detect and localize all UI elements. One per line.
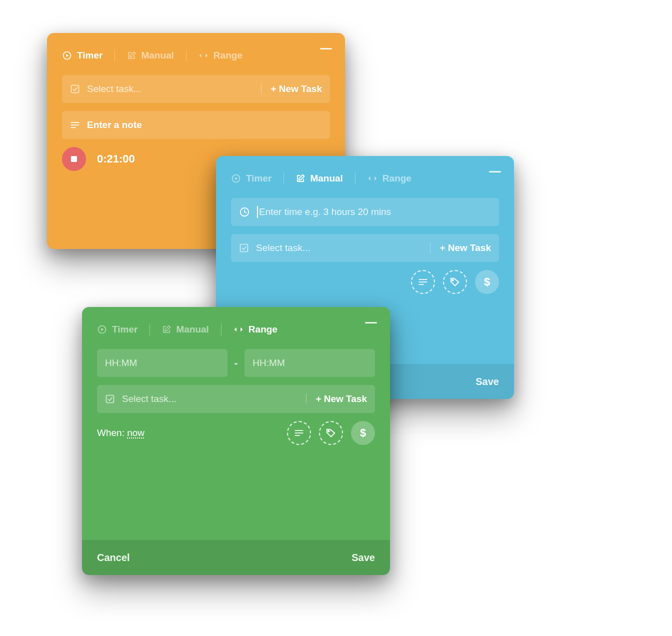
new-task-button[interactable]: + New Task bbox=[261, 84, 322, 94]
tab-label: Timer bbox=[112, 324, 138, 335]
tab-label: Timer bbox=[77, 50, 102, 61]
svg-point-26 bbox=[328, 430, 330, 432]
option-buttons: $ bbox=[287, 421, 375, 445]
stop-icon bbox=[71, 156, 77, 162]
tab-separator bbox=[150, 324, 150, 336]
tab-separator bbox=[355, 172, 356, 184]
play-circle-icon bbox=[97, 324, 107, 334]
tab-range[interactable]: Range bbox=[198, 47, 242, 64]
note-lines-icon bbox=[70, 121, 80, 129]
billable-button[interactable]: $ bbox=[351, 421, 375, 445]
note-field[interactable]: Enter a note bbox=[62, 111, 330, 139]
tab-label: Range bbox=[214, 50, 242, 61]
clock-icon bbox=[239, 206, 250, 218]
tab-timer[interactable]: Timer bbox=[231, 170, 272, 187]
save-button[interactable]: Save bbox=[476, 376, 499, 388]
note-lines-icon bbox=[418, 278, 428, 286]
range-card: Timer Manual Range HH:MM - HH:MM bbox=[82, 307, 390, 575]
range-icon bbox=[368, 174, 378, 182]
tab-timer[interactable]: Timer bbox=[97, 321, 138, 338]
tab-label: Manual bbox=[176, 324, 208, 335]
svg-rect-4 bbox=[72, 86, 79, 93]
select-task-placeholder: Select task... bbox=[122, 394, 302, 404]
tab-separator bbox=[114, 50, 115, 62]
tab-timer[interactable]: Timer bbox=[62, 47, 102, 64]
svg-marker-20 bbox=[234, 328, 236, 332]
time-range-row: HH:MM - HH:MM bbox=[97, 349, 375, 377]
tab-label: Manual bbox=[310, 173, 342, 184]
add-note-button[interactable] bbox=[287, 421, 311, 445]
tabs: Timer Manual Range bbox=[97, 321, 375, 338]
hhmm-placeholder: HH:MM bbox=[105, 358, 220, 368]
tab-label: Range bbox=[382, 173, 412, 184]
svg-marker-21 bbox=[240, 328, 242, 332]
tabs: Timer Manual Range bbox=[62, 47, 330, 64]
new-task-button[interactable]: + New Task bbox=[430, 242, 491, 254]
minimize-button[interactable] bbox=[489, 171, 501, 172]
tab-separator bbox=[186, 50, 186, 62]
text-cursor bbox=[257, 206, 258, 218]
tag-icon bbox=[450, 276, 460, 288]
select-task-field[interactable]: Select task... + New Task bbox=[231, 234, 499, 262]
tag-icon bbox=[326, 428, 336, 438]
hhmm-placeholder: HH:MM bbox=[252, 358, 367, 368]
tabs: Timer Manual Range bbox=[231, 170, 499, 187]
minimize-button[interactable] bbox=[365, 322, 377, 324]
svg-rect-13 bbox=[240, 244, 248, 252]
elapsed-time: 0:21:00 bbox=[97, 152, 135, 166]
play-circle-icon bbox=[62, 50, 72, 60]
save-button[interactable]: Save bbox=[352, 552, 375, 564]
check-square-icon bbox=[105, 394, 115, 404]
play-circle-icon bbox=[231, 174, 241, 184]
tab-label: Timer bbox=[246, 173, 272, 184]
when-value[interactable]: now bbox=[127, 428, 144, 438]
new-task-button[interactable]: + New Task bbox=[306, 394, 367, 404]
tab-separator bbox=[221, 324, 222, 336]
add-tag-button[interactable] bbox=[443, 270, 467, 294]
tab-separator bbox=[284, 172, 284, 184]
svg-marker-2 bbox=[200, 54, 202, 58]
tab-range[interactable]: Range bbox=[234, 321, 278, 338]
range-separator: - bbox=[234, 358, 238, 369]
svg-marker-19 bbox=[101, 328, 104, 332]
dollar-icon: $ bbox=[360, 426, 366, 440]
tab-label: Range bbox=[248, 324, 278, 335]
select-task-placeholder: Select task... bbox=[256, 242, 426, 254]
tab-manual[interactable]: Manual bbox=[296, 170, 342, 187]
start-time-input[interactable]: HH:MM bbox=[97, 349, 228, 377]
when-label: When: bbox=[97, 428, 124, 438]
time-input[interactable]: Enter time e.g. 3 hours 20 mins bbox=[231, 198, 499, 226]
add-tag-button[interactable] bbox=[319, 421, 343, 445]
svg-marker-1 bbox=[66, 54, 68, 58]
select-task-field[interactable]: Select task... + New Task bbox=[62, 75, 330, 103]
svg-marker-9 bbox=[235, 177, 238, 180]
time-placeholder: Enter time e.g. 3 hours 20 mins bbox=[259, 206, 491, 218]
when-row: When: now $ bbox=[97, 421, 375, 454]
range-icon bbox=[198, 52, 208, 60]
end-time-input[interactable]: HH:MM bbox=[244, 349, 375, 377]
note-placeholder: Enter a note bbox=[87, 120, 322, 130]
note-lines-icon bbox=[294, 429, 304, 437]
range-icon bbox=[234, 326, 244, 334]
check-square-icon bbox=[239, 243, 249, 253]
select-task-field[interactable]: Select task... + New Task bbox=[97, 385, 375, 413]
svg-marker-11 bbox=[374, 176, 376, 180]
tab-manual[interactable]: Manual bbox=[162, 321, 208, 338]
tab-label: Manual bbox=[141, 50, 174, 61]
edit-icon bbox=[296, 174, 305, 183]
svg-marker-3 bbox=[206, 54, 208, 58]
card-footer: Cancel Save bbox=[82, 540, 390, 575]
when-text[interactable]: When: now bbox=[97, 428, 144, 438]
stop-button[interactable] bbox=[62, 147, 86, 171]
billable-button[interactable]: $ bbox=[475, 270, 499, 294]
add-note-button[interactable] bbox=[411, 270, 435, 294]
edit-icon bbox=[162, 325, 171, 334]
svg-point-17 bbox=[452, 280, 454, 281]
option-buttons: $ bbox=[231, 270, 499, 294]
tab-manual[interactable]: Manual bbox=[127, 47, 174, 64]
tab-range[interactable]: Range bbox=[368, 170, 412, 187]
select-task-placeholder: Select task... bbox=[87, 84, 257, 94]
cancel-button[interactable]: Cancel bbox=[97, 552, 130, 564]
dollar-icon: $ bbox=[484, 276, 490, 288]
minimize-button[interactable] bbox=[320, 48, 332, 50]
